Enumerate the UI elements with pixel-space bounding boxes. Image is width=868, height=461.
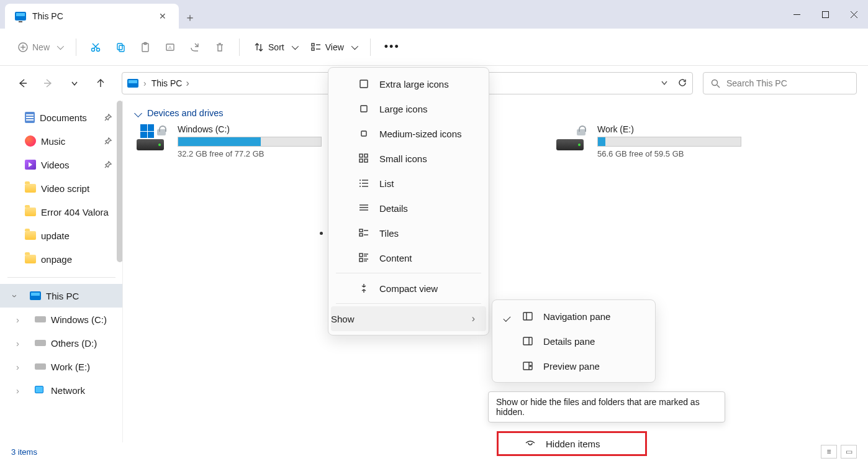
drive-icon [35, 363, 46, 370]
drive-free-text: 56.6 GB free of 59.5 GB [597, 149, 741, 158]
separator [239, 39, 240, 56]
drive-item-c[interactable]: Windows (C:) 32.2 GB free of 77.2 GB [135, 124, 322, 158]
new-tab-button[interactable]: ＋ [179, 6, 201, 29]
cut-button[interactable] [85, 36, 106, 58]
compact-view-icon [358, 283, 369, 294]
svg-point-21 [712, 80, 718, 85]
view-dropdown-menu: Extra large icons Large icons Medium-siz… [328, 67, 489, 335]
details-pane-icon [522, 335, 533, 347]
menu-large-icons[interactable]: Large icons [331, 96, 486, 121]
network-icon [35, 386, 46, 395]
rename-button[interactable]: A [160, 36, 181, 58]
lock-icon [575, 124, 587, 137]
tiles-view-switch[interactable]: ▭ [841, 445, 857, 459]
disk-icon [137, 139, 164, 150]
search-input[interactable]: Search This PC [703, 72, 857, 94]
sidebar-drive-e[interactable]: Work (E:) [0, 355, 123, 378]
folder-icon [25, 208, 36, 216]
svg-rect-49 [523, 313, 532, 320]
menu-list[interactable]: List [331, 171, 486, 196]
menu-extra-large-icons[interactable]: Extra large icons [331, 71, 486, 96]
refresh-button[interactable] [677, 78, 687, 89]
menu-show[interactable]: Show [331, 306, 486, 331]
svg-rect-25 [361, 131, 366, 136]
active-tab[interactable]: This PC ✕ [5, 4, 179, 29]
sidebar-item-documents[interactable]: Documents [0, 106, 123, 129]
view-button[interactable]: View [305, 36, 361, 58]
sidebar-drive-c[interactable]: Windows (C:) [0, 308, 123, 331]
menu-small-icons[interactable]: Small icons [331, 146, 486, 171]
small-icons-icon [358, 153, 369, 164]
tab-title: This PC [32, 11, 148, 21]
menu-preview-pane[interactable]: Preview pane [495, 354, 653, 378]
svg-rect-23 [360, 80, 368, 88]
svg-point-8 [97, 48, 100, 51]
copy-button[interactable] [110, 36, 131, 58]
drive-usage-bar [597, 137, 741, 147]
drive-name: Windows (C:) [178, 124, 322, 134]
details-icon [358, 203, 369, 214]
svg-rect-51 [523, 337, 532, 345]
sidebar-item-video-script[interactable]: Video script [0, 176, 123, 200]
drive-icon [35, 316, 46, 322]
close-window-button[interactable] [839, 0, 868, 29]
forward-button[interactable] [37, 72, 60, 94]
svg-rect-17 [312, 43, 314, 46]
sidebar-network[interactable]: Network [0, 378, 123, 402]
menu-separator [336, 303, 481, 304]
this-pc-icon [30, 291, 41, 300]
menu-details-pane[interactable]: Details pane [495, 329, 653, 354]
separator [76, 39, 76, 56]
paste-button[interactable] [135, 36, 156, 58]
window-controls [782, 0, 868, 29]
menu-compact-view[interactable]: Compact view [331, 276, 486, 301]
sidebar-item-videos[interactable]: Videos [0, 153, 123, 176]
menu-content[interactable]: Content [331, 245, 486, 270]
menu-details[interactable]: Details [331, 196, 486, 221]
svg-rect-43 [359, 253, 363, 257]
menu-hidden-items[interactable]: Hidden items [497, 431, 647, 456]
sidebar-item-update[interactable]: update [0, 224, 123, 247]
share-button[interactable] [184, 36, 206, 58]
delete-button[interactable] [209, 36, 230, 58]
extra-large-icons-icon [358, 78, 369, 89]
drive-item-e[interactable]: Work (E:) 56.6 GB free of 59.5 GB [555, 124, 741, 158]
content-icon [358, 252, 369, 263]
breadcrumb-this-pc[interactable]: This PC [151, 78, 189, 89]
up-button[interactable] [89, 72, 112, 94]
sidebar-this-pc[interactable]: This PC [0, 284, 123, 308]
more-button[interactable]: ••• [379, 36, 405, 58]
navigation-pane: Documents Music Videos Video script Erro… [0, 101, 123, 442]
drive-name: Work (E:) [597, 124, 741, 134]
back-button[interactable] [11, 72, 34, 94]
sidebar-item-music[interactable]: Music [0, 129, 123, 153]
close-tab-button[interactable]: ✕ [154, 7, 171, 25]
folder-icon [25, 231, 36, 240]
sidebar-drive-d[interactable]: Others (D:) [0, 331, 123, 355]
sidebar-item-error-404[interactable]: Error 404 Valora [0, 200, 123, 224]
svg-line-22 [717, 85, 720, 88]
details-view-switch[interactable]: ≡ [821, 445, 837, 459]
minimize-button[interactable] [782, 0, 811, 29]
menu-medium-icons[interactable]: Medium-sized icons [331, 121, 486, 146]
menu-tiles[interactable]: Tiles [331, 221, 486, 245]
sidebar-item-onpage[interactable]: onpage [0, 247, 123, 271]
group-header-devices[interactable]: Devices and drives [135, 108, 856, 118]
folder-icon [25, 255, 36, 263]
svg-rect-26 [359, 154, 363, 157]
medium-icons-icon [358, 128, 369, 139]
svg-text:A: A [168, 45, 172, 50]
separator [370, 39, 371, 56]
recent-dropdown-button[interactable] [63, 72, 86, 94]
new-button[interactable]: New [12, 36, 67, 58]
drives-row: Windows (C:) 32.2 GB free of 77.2 GB Wor… [135, 124, 856, 158]
lock-icon [155, 124, 168, 137]
toolbar: New A Sort View ••• [0, 29, 868, 66]
sort-button[interactable]: Sort [248, 36, 302, 58]
svg-rect-11 [117, 43, 122, 50]
this-pc-icon [15, 12, 26, 21]
maximize-button[interactable] [811, 0, 839, 29]
address-dropdown-button[interactable] [660, 78, 669, 89]
drive-c-icon [135, 124, 170, 154]
menu-navigation-pane[interactable]: Navigation pane [495, 304, 653, 329]
